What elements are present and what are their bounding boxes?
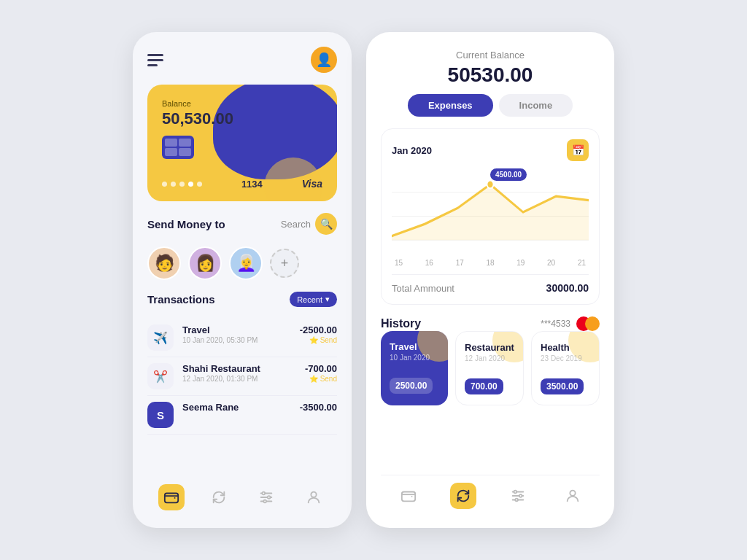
contact-1[interactable]: 🧑 [147, 246, 181, 280]
history-card-restaurant[interactable]: Restaurant 12 Jan 2020 700.00 [455, 331, 524, 405]
svg-point-12 [487, 180, 494, 188]
x-label-15: 15 [395, 259, 403, 267]
income-tab[interactable]: Income [499, 94, 573, 117]
left-bottom-nav [147, 475, 337, 513]
hcard-amount-travel: 2500.00 [390, 378, 433, 394]
toggle-row: Expenses Income [381, 94, 600, 117]
nav-wallet[interactable] [158, 484, 185, 510]
recent-filter-badge[interactable]: Recent ▾ [290, 292, 337, 307]
history-card-info: ***4533 [541, 316, 600, 331]
restaurant-right: -700.00 ⭐ Send [305, 363, 337, 383]
total-value: 30000.00 [546, 282, 589, 294]
chevron-down-icon: ▾ [325, 295, 330, 304]
history-card-health[interactable]: Health 23 Dec 2019 3500.00 [531, 331, 600, 405]
mastercard-icon [576, 316, 600, 331]
travel-details: Travel 10 Jan 2020, 05:30 PM [182, 324, 291, 344]
transaction-seema: S Seema Rane -3500.00 [147, 396, 337, 435]
restaurant-amount: -700.00 [305, 363, 337, 374]
total-row: Total Ammount 30000.00 [392, 282, 589, 294]
restaurant-name: Shahi Restaurant [182, 363, 296, 374]
search-icon: 🔍 [315, 213, 337, 235]
rnav-wallet[interactable] [395, 483, 422, 509]
restaurant-icon: ✂️ [147, 363, 174, 389]
chart-x-labels: 15 16 17 18 19 20 21 [392, 259, 589, 267]
chart-area: 4500.00 [392, 168, 589, 256]
card-label: Balance [162, 99, 322, 108]
menu-icon[interactable] [147, 54, 163, 66]
svg-point-6 [263, 500, 266, 503]
card-footer: 1134 Visa [162, 178, 322, 190]
chart-period: Jan 2020 [392, 145, 432, 156]
search-button[interactable]: Search 🔍 [281, 213, 337, 235]
seema-name: Seema Rane [182, 402, 291, 413]
seema-amount: -3500.00 [300, 402, 337, 413]
balance-section: Current Balance 50530.00 Expenses Income [381, 50, 600, 117]
nav-user[interactable] [301, 484, 327, 510]
travel-right: -2500.00 ⭐ Send [300, 324, 337, 344]
svg-point-19 [515, 499, 518, 502]
svg-marker-11 [392, 184, 589, 240]
hcard-date-restaurant: 12 Jan 2020 [465, 354, 514, 362]
x-label-19: 19 [516, 259, 525, 267]
transaction-travel: ✈️ Travel 10 Jan 2020, 05:30 PM -2500.00… [147, 319, 337, 357]
transaction-restaurant: ✂️ Shahi Restaurant 12 Jan 2020, 01:30 P… [147, 357, 337, 396]
card-brand: Visa [302, 178, 322, 190]
card-chip [162, 136, 194, 159]
travel-date: 10 Jan 2020, 05:30 PM [182, 336, 291, 344]
history-card-number: ***4533 [541, 319, 570, 329]
expenses-tab[interactable]: Expenses [408, 94, 493, 117]
card-amount: 50,530.00 [162, 109, 322, 128]
card-dots [162, 182, 202, 187]
hcard-name-travel: Travel [390, 341, 439, 352]
history-card-travel[interactable]: Travel 10 Jan 2020 2500.00 [381, 331, 448, 405]
nav-sliders[interactable] [253, 484, 279, 510]
balance-card: Balance 50,530.00 1134 Visa [147, 85, 337, 201]
recent-label: Recent [297, 295, 322, 304]
rnav-refresh[interactable] [450, 483, 476, 509]
svg-point-17 [514, 491, 516, 494]
balance-amount: 50530.00 [381, 63, 600, 87]
transactions-list: ✈️ Travel 10 Jan 2020, 05:30 PM -2500.00… [147, 319, 337, 435]
x-label-21: 21 [578, 259, 586, 267]
chart-tooltip: 4500.00 [490, 168, 527, 181]
svg-point-20 [570, 491, 575, 496]
history-title: History [381, 317, 421, 330]
restaurant-details: Shahi Restaurant 12 Jan 2020, 01:30 PM [182, 363, 296, 383]
search-label: Search [281, 219, 311, 230]
history-cards-row: Travel 10 Jan 2020 2500.00 Restaurant 12… [381, 331, 600, 405]
seema-details: Seema Rane [182, 402, 291, 413]
right-panel: Current Balance 50530.00 Expenses Income… [366, 32, 614, 528]
restaurant-date: 12 Jan 2020, 01:30 PM [182, 375, 296, 383]
hcard-amount-health: 3500.00 [541, 378, 584, 394]
mc-orange-circle [585, 316, 600, 331]
phone-header: 👤 [147, 47, 337, 73]
send-money-header: Send Money to Search 🔍 [147, 213, 337, 235]
transactions-title: Transactions [147, 293, 215, 306]
travel-tag: ⭐ Send [300, 336, 337, 344]
transactions-header: Transactions Recent ▾ [147, 292, 337, 307]
nav-refresh[interactable] [206, 484, 232, 510]
hcard-date-health: 23 Dec 2019 [541, 354, 590, 362]
hcard-name-health: Health [541, 342, 590, 353]
calendar-icon[interactable]: 📅 [567, 139, 589, 161]
chart-header: Jan 2020 📅 [392, 139, 589, 161]
contact-2[interactable]: 👩 [188, 246, 222, 280]
hcard-name-restaurant: Restaurant [465, 342, 514, 353]
hcard-amount-restaurant: 700.00 [465, 378, 503, 394]
x-label-20: 20 [547, 259, 555, 267]
travel-amount: -2500.00 [300, 324, 337, 335]
svg-point-18 [519, 494, 522, 497]
right-bottom-nav [381, 475, 600, 510]
add-contact-button[interactable]: + [270, 249, 299, 278]
contact-3[interactable]: 👩‍🦳 [229, 246, 263, 280]
rnav-user[interactable] [560, 483, 586, 509]
chart-divider [392, 274, 589, 275]
hcard-date-travel: 10 Jan 2020 [390, 354, 439, 362]
svg-rect-0 [164, 494, 177, 503]
balance-label: Current Balance [381, 50, 600, 61]
rnav-sliders[interactable] [505, 483, 531, 509]
avatar-button[interactable]: 👤 [311, 47, 337, 73]
svg-rect-13 [401, 492, 414, 502]
x-label-17: 17 [456, 259, 464, 267]
travel-icon: ✈️ [147, 324, 174, 351]
